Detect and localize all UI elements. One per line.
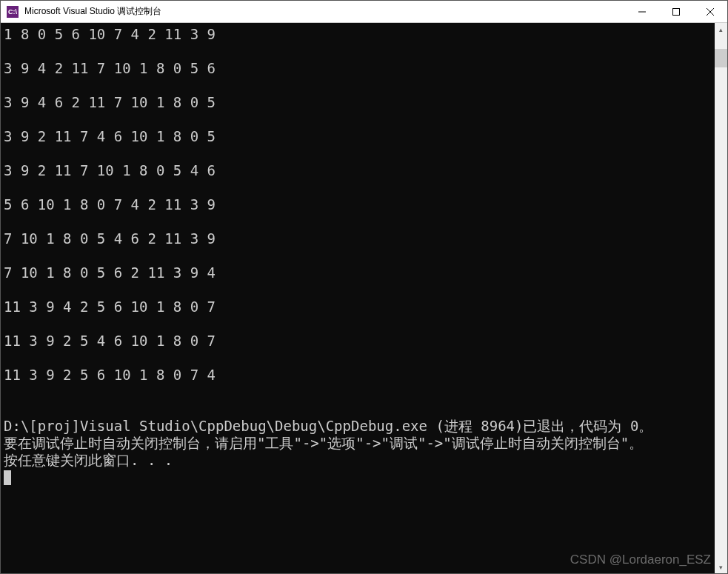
close-button[interactable] [693, 1, 727, 22]
scroll-up-button[interactable]: ▴ [715, 23, 727, 36]
maximize-button[interactable] [659, 1, 693, 22]
app-icon: C:\ [7, 6, 19, 18]
window-title: Microsoft Visual Studio 调试控制台 [24, 5, 625, 18]
text-cursor [4, 470, 11, 485]
svg-rect-1 [673, 8, 680, 15]
minimize-button[interactable] [625, 1, 659, 22]
console-content[interactable]: 1 8 0 5 6 10 7 4 2 11 3 9 3 9 4 2 11 7 1… [1, 23, 715, 573]
console-area: 1 8 0 5 6 10 7 4 2 11 3 9 3 9 4 2 11 7 1… [1, 23, 727, 573]
vertical-scrollbar[interactable]: ▴ ▾ [715, 23, 727, 573]
scroll-down-button[interactable]: ▾ [715, 561, 727, 573]
auto-close-hint: 要在调试停止时自动关闭控制台，请启用"工具"->"选项"->"调试"->"调试停… [4, 435, 643, 451]
window-controls [625, 1, 727, 22]
exit-message: D:\[proj]Visual Studio\CppDebug\Debug\Cp… [4, 418, 652, 434]
press-any-key: 按任意键关闭此窗口. . . [4, 452, 173, 468]
titlebar[interactable]: C:\ Microsoft Visual Studio 调试控制台 [1, 1, 727, 23]
scroll-thumb[interactable] [715, 49, 727, 67]
app-window: C:\ Microsoft Visual Studio 调试控制台 1 8 0 … [0, 0, 728, 574]
console-output: 1 8 0 5 6 10 7 4 2 11 3 9 3 9 4 2 11 7 1… [4, 26, 216, 383]
